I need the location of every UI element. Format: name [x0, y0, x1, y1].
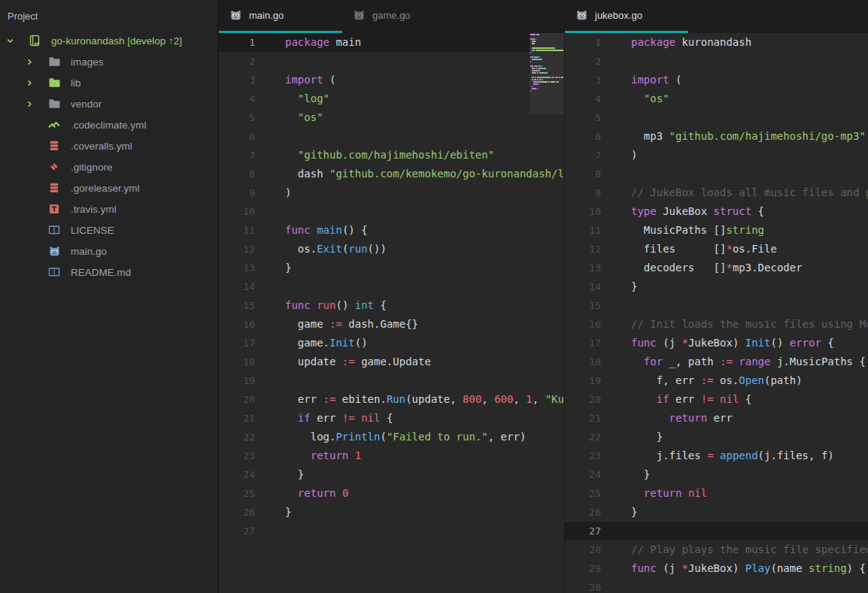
line-number[interactable]: 1	[219, 33, 255, 52]
code-line[interactable]: 15func run() int {	[219, 296, 564, 315]
code-line[interactable]: 4 "os"	[565, 89, 868, 108]
code-line[interactable]: 16// Init loads the music files using Mu	[565, 315, 868, 334]
line-number[interactable]: 9	[565, 183, 601, 202]
line-number[interactable]: 19	[565, 371, 601, 390]
code-line[interactable]: 25 return 0	[219, 484, 564, 503]
code-line[interactable]: 4 "log"	[219, 89, 564, 108]
code-line[interactable]: 30	[565, 578, 868, 593]
code-line[interactable]: 13 decoders []*mp3.Decoder	[565, 259, 868, 277]
line-number[interactable]: 3	[219, 71, 255, 89]
code-line[interactable]: 19	[219, 371, 564, 390]
line-number[interactable]: 20	[565, 390, 601, 409]
line-number[interactable]: 17	[219, 334, 255, 352]
line-number[interactable]: 16	[565, 315, 601, 334]
code-line[interactable]: 29func (j *JukeBox) Play(name string) {	[565, 559, 868, 578]
line-number[interactable]: 28	[565, 540, 601, 559]
line-number[interactable]: 19	[219, 371, 255, 390]
chevron-right-icon[interactable]	[26, 79, 48, 87]
code-line[interactable]: 2	[219, 52, 564, 71]
line-number[interactable]: 3	[565, 71, 601, 89]
code-line[interactable]: 27	[565, 522, 868, 540]
tree-item-goreleaser-yml[interactable]: .goreleaser.yml	[0, 177, 217, 198]
tree-item-images[interactable]: images	[0, 51, 217, 72]
line-number[interactable]: 30	[565, 578, 601, 593]
code-line[interactable]: 12 os.Exit(run())	[219, 240, 564, 259]
tree-item-gitignore[interactable]: .gitignore	[0, 156, 217, 177]
code-line[interactable]: 8 dash "github.com/kemokemo/go-kuronanda…	[219, 165, 564, 183]
tree-item-coveralls-yml[interactable]: .coveralls.yml	[0, 135, 217, 156]
tab-jukebox-go[interactable]: jukebox.go	[565, 0, 688, 33]
line-number[interactable]: 26	[219, 503, 255, 522]
code-line[interactable]: 26}	[219, 503, 564, 522]
line-number[interactable]: 7	[219, 146, 255, 165]
line-number[interactable]: 22	[565, 428, 601, 446]
code-line[interactable]: 27	[219, 522, 564, 540]
line-number[interactable]: 14	[565, 277, 601, 296]
chevron-down-icon[interactable]	[6, 37, 29, 45]
line-number[interactable]: 27	[219, 522, 255, 540]
line-number[interactable]: 9	[219, 183, 255, 202]
code-line[interactable]: 5	[565, 108, 868, 127]
line-number[interactable]: 23	[219, 446, 255, 465]
line-number[interactable]: 10	[565, 202, 601, 221]
line-number[interactable]: 2	[565, 52, 601, 71]
tree-item-main-go[interactable]: main.go	[0, 241, 217, 262]
code-line[interactable]: 17 game.Init()	[219, 334, 564, 352]
tree-item-lib[interactable]: lib	[0, 72, 217, 93]
code-line[interactable]: 11func main() {	[219, 221, 564, 240]
code-line[interactable]: 14	[219, 277, 564, 296]
line-number[interactable]: 13	[219, 259, 255, 277]
code-line[interactable]: 10	[219, 202, 564, 221]
line-number[interactable]: 16	[219, 315, 255, 334]
code-line[interactable]: 1package main	[219, 33, 564, 52]
code-line[interactable]: 24 }	[565, 465, 868, 484]
minimap[interactable]	[530, 33, 564, 114]
line-number[interactable]: 27	[565, 522, 601, 540]
line-number[interactable]: 8	[565, 165, 601, 183]
line-number[interactable]: 25	[565, 484, 601, 503]
tree-item-license[interactable]: LICENSE	[0, 219, 217, 241]
code-line[interactable]: 20 err := ebiten.Run(update, 800, 600, 1…	[219, 390, 564, 409]
code-line[interactable]: 15	[565, 296, 868, 315]
line-number[interactable]: 21	[219, 409, 255, 428]
code-line[interactable]: 24 }	[219, 465, 564, 484]
code-line[interactable]: 20 if err != nil {	[565, 390, 868, 409]
code-line[interactable]: 7 "github.com/hajimehoshi/ebiten"	[219, 146, 564, 165]
line-number[interactable]: 6	[219, 127, 255, 146]
code-line[interactable]: 17func (j *JukeBox) Init() error {	[565, 334, 868, 352]
code-line[interactable]: 11 MusicPaths []string	[565, 221, 868, 240]
line-number[interactable]: 5	[219, 108, 255, 127]
code-line[interactable]: 8	[565, 165, 868, 183]
tree-item-travis-yml[interactable]: .travis.yml	[0, 198, 217, 219]
code-line[interactable]: 22 log.Println("Failed to run.", err)	[219, 428, 564, 446]
line-number[interactable]: 25	[219, 484, 255, 503]
code-line[interactable]: 25 return nil	[565, 484, 868, 503]
line-number[interactable]: 12	[219, 240, 255, 259]
code-line[interactable]: 23 return 1	[219, 446, 564, 465]
code-line[interactable]: 28// Play plays the music file specified	[565, 540, 868, 559]
code-line[interactable]: 14}	[565, 277, 868, 296]
tree-item-vendor[interactable]: vendor	[0, 93, 217, 114]
line-number[interactable]: 4	[219, 89, 255, 108]
code-line[interactable]: 3import (	[565, 71, 868, 89]
tab-game-go[interactable]: game.go	[342, 0, 466, 33]
line-number[interactable]: 10	[219, 202, 255, 221]
code-line[interactable]: 12 files []*os.File	[565, 240, 868, 259]
code-line[interactable]: 7)	[565, 146, 868, 165]
code-line[interactable]: 2	[565, 52, 868, 71]
line-number[interactable]: 11	[219, 221, 255, 240]
line-number[interactable]: 18	[219, 352, 255, 371]
line-number[interactable]: 8	[219, 165, 255, 183]
code-line[interactable]: 1package kuronandash	[565, 33, 868, 52]
line-number[interactable]: 7	[565, 146, 601, 165]
tab-main-go[interactable]: main.go	[219, 0, 342, 33]
code-line[interactable]: 22 }	[565, 428, 868, 446]
code-line[interactable]: 18 update := game.Update	[219, 352, 564, 371]
line-number[interactable]: 18	[565, 352, 601, 371]
code-line[interactable]: 9)	[219, 183, 564, 202]
line-number[interactable]: 6	[565, 127, 601, 146]
code-line[interactable]: 5 "os"	[219, 108, 564, 127]
line-number[interactable]: 22	[219, 428, 255, 446]
tree-item-go-kuronandash-develop-2[interactable]: go-kuronandash [develop ↑2]	[0, 30, 217, 51]
line-number[interactable]: 5	[565, 108, 601, 127]
